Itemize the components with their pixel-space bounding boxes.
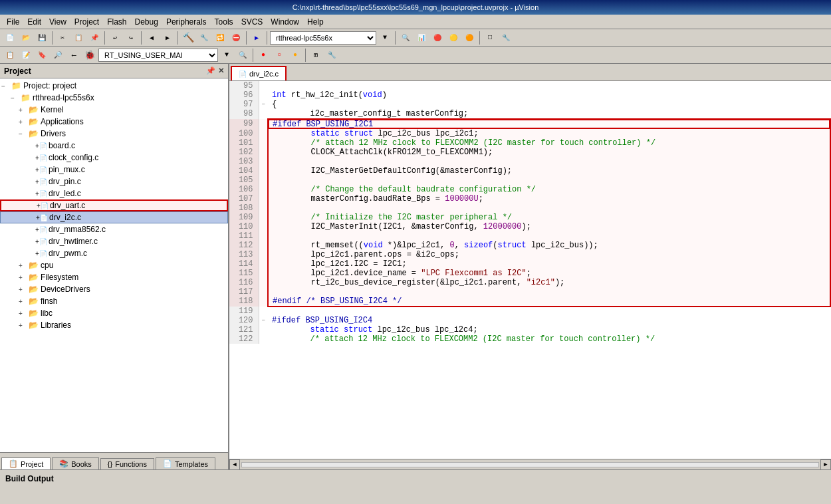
scroll-right-btn[interactable]: ▶ (820, 459, 831, 470)
menu-view[interactable]: View (45, 16, 70, 28)
t2-btn2[interactable]: 📝 (19, 48, 33, 63)
tree-libc[interactable]: + 📂 libc (0, 307, 228, 319)
t2-btn1[interactable]: 📋 (3, 48, 17, 63)
tab-templates-icon: 📄 (163, 459, 172, 468)
menu-svcs[interactable]: SVCS (237, 16, 267, 28)
stop-btn[interactable]: ⛔ (229, 31, 243, 45)
expand-applications[interactable]: + (19, 118, 28, 126)
expand-libraries[interactable]: + (19, 322, 28, 329)
build3-btn[interactable]: 🔁 (213, 31, 227, 45)
cut-btn[interactable]: ✂ (55, 31, 70, 45)
tree-board-c[interactable]: +📄 board.c (0, 140, 228, 152)
t2-red1[interactable]: ● (256, 48, 271, 63)
tool1-btn[interactable]: 🔍 (398, 31, 413, 45)
tree-project-root[interactable]: − 📁 Project: project (0, 80, 228, 92)
tree-cpu[interactable]: + 📂 cpu (0, 259, 228, 271)
tree-clock-c[interactable]: +📄 clock_config.c (0, 152, 228, 164)
menu-peripherals[interactable]: Peripherals (162, 16, 211, 28)
menu-help[interactable]: Help (303, 16, 328, 28)
tree-finsh[interactable]: + 📂 finsh (0, 295, 228, 307)
save-btn[interactable]: 💾 (35, 31, 49, 45)
tab-functions[interactable]: {} Functions (100, 458, 154, 469)
expand-filesystem[interactable]: + (19, 274, 28, 281)
menu-flash[interactable]: Flash (103, 16, 130, 28)
code-line-109: 109 /* Initialize the I2C master periphe… (229, 213, 830, 222)
build2-btn[interactable]: 🔧 (197, 31, 211, 45)
tree-devicedrivers[interactable]: + 📂 DeviceDrivers (0, 283, 228, 295)
code-editor[interactable]: 95 96 int rt_hw_i2c_init(void) 97 − (229, 81, 831, 459)
tree-libraries[interactable]: + 📂 Libraries (0, 319, 228, 331)
project-header-label: Project (4, 66, 31, 76)
undo-btn[interactable]: ↩ (108, 31, 122, 45)
pin-icon[interactable]: 📌 (206, 66, 215, 75)
expand-root[interactable]: − (1, 82, 11, 90)
t2-wrench[interactable]: 🔧 (324, 48, 339, 63)
tree-drv-i2c-c[interactable]: +📄 drv_i2c.c (0, 211, 228, 223)
dbg-btn[interactable]: ▶ (249, 31, 264, 45)
menu-edit[interactable]: Edit (23, 16, 45, 28)
copy-btn[interactable]: 📋 (71, 31, 86, 45)
expand-rtthread[interactable]: − (11, 94, 20, 102)
tree-pin-mux-c[interactable]: +📄 pin_mux.c (0, 164, 228, 176)
t2-btn6[interactable]: 🔍 (235, 48, 250, 63)
open-btn[interactable]: 📂 (19, 31, 33, 45)
expand-devicedrivers[interactable]: + (19, 286, 28, 293)
tree-rtthread[interactable]: − 📁 rtthread-lpc55s6x (0, 92, 228, 104)
tree-drv-mma-c[interactable]: +📄 drv_mma8562.c (0, 223, 228, 235)
tree-drv-pin-c[interactable]: +📄 drv_pin.c (0, 176, 228, 188)
tree-drv-uart-c[interactable]: +📄 drv_uart.c (0, 199, 228, 211)
tree-board-c-label: board.c (49, 141, 75, 150)
menu-window[interactable]: Window (267, 16, 303, 28)
tool3-btn[interactable]: 🔴 (430, 31, 445, 45)
tab-functions-label: Functions (115, 460, 147, 468)
tree-drivers[interactable]: − 📂 Drivers (0, 128, 228, 140)
tree-applications[interactable]: + 📂 Applications (0, 116, 228, 128)
tab-templates[interactable]: 📄 Templates (156, 457, 215, 469)
search-dropdown[interactable]: RT_USING_USER_MAI (98, 49, 218, 62)
redo-btn[interactable]: ↪ (124, 31, 138, 45)
t2-btn4[interactable]: 🔎 (51, 48, 65, 63)
tool5-btn[interactable]: 🟠 (462, 31, 477, 45)
search-dropdown-arrow[interactable]: ▼ (219, 48, 234, 63)
code-line-101: 101 /* attach 12 MHz clock to FLEXCOMM2 … (229, 138, 830, 148)
tool4-btn[interactable]: 🟡 (446, 31, 461, 45)
tab-project[interactable]: 📋 Project (1, 457, 51, 469)
build-btn[interactable]: 🔨 (181, 31, 195, 45)
file-tab-drv-i2c[interactable]: 📄 drv_i2c.c (231, 66, 287, 80)
t2-btn5[interactable]: ⟵ (66, 48, 81, 63)
target-dropdown[interactable]: rtthread-lpc55s6x (270, 31, 376, 45)
tree-filesystem[interactable]: + 📂 Filesystem (0, 271, 228, 283)
dropdown-arrow[interactable]: ▼ (378, 31, 392, 45)
expand-cpu[interactable]: + (19, 262, 28, 269)
tool2-btn[interactable]: 📊 (414, 31, 429, 45)
tree-kernel[interactable]: + 📂 Kernel (0, 104, 228, 116)
fwd-btn[interactable]: ▶ (160, 31, 175, 45)
t2-orange1[interactable]: ● (288, 48, 302, 63)
paste-btn[interactable]: 📌 (87, 31, 102, 45)
t2-grid[interactable]: ⊞ (308, 48, 323, 63)
tree-drv-led-c[interactable]: +📄 drv_led.c (0, 188, 228, 199)
menu-file[interactable]: File (3, 16, 23, 28)
expand-kernel[interactable]: + (19, 106, 28, 114)
tool7-btn[interactable]: 🔧 (499, 31, 513, 45)
t2-btn3[interactable]: 🔖 (35, 48, 49, 63)
scroll-left-btn[interactable]: ◀ (229, 459, 240, 470)
h-scrollbar[interactable]: ◀ ▶ (229, 459, 831, 469)
menu-tools[interactable]: Tools (211, 16, 237, 28)
rtthread-icon: 📁 (20, 92, 31, 103)
menu-project[interactable]: Project (70, 16, 103, 28)
tree-drv-pwm-c[interactable]: +📄 drv_pwm.c (0, 247, 228, 259)
tool6-btn[interactable]: □ (483, 31, 497, 45)
new-btn[interactable]: 📄 (3, 31, 17, 45)
scroll-track[interactable] (241, 462, 819, 467)
t2-red2[interactable]: ○ (272, 48, 287, 63)
tab-books[interactable]: 📚 Books (52, 457, 99, 469)
code-line-113: 113 lpc_i2c1.parent.ops = &i2c_ops; (229, 250, 830, 259)
expand-drivers[interactable]: − (19, 130, 28, 138)
expand-finsh[interactable]: + (19, 298, 28, 305)
back-btn[interactable]: ◀ (144, 31, 159, 45)
close-icon[interactable]: ✕ (218, 66, 224, 75)
tree-drv-hwtimer-c[interactable]: +📄 drv_hwtimer.c (0, 235, 228, 247)
expand-libc[interactable]: + (19, 310, 28, 317)
menu-debug[interactable]: Debug (131, 16, 162, 28)
